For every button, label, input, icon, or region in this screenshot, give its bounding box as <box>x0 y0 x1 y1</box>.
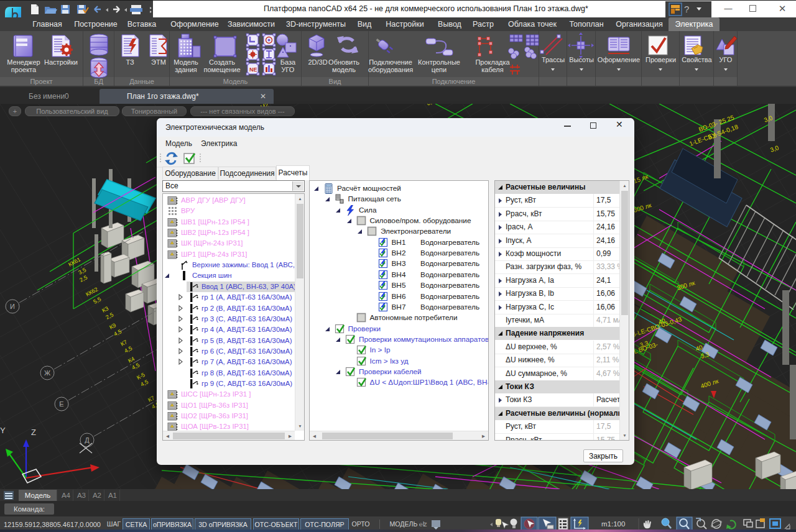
svg-text:Д: Д <box>85 436 90 444</box>
svg-text:Е: Е <box>59 400 63 408</box>
svg-text:Z: Z <box>31 428 36 437</box>
svg-text:℮ʫ: ℮ʫ <box>419 521 427 528</box>
svg-text:Y: Y <box>0 426 6 435</box>
svg-text:m1:100: m1:100 <box>601 520 625 528</box>
svg-text:NE: NE <box>249 66 257 73</box>
svg-text:И: И <box>10 303 15 310</box>
svg-text:Ж: Ж <box>44 369 50 377</box>
